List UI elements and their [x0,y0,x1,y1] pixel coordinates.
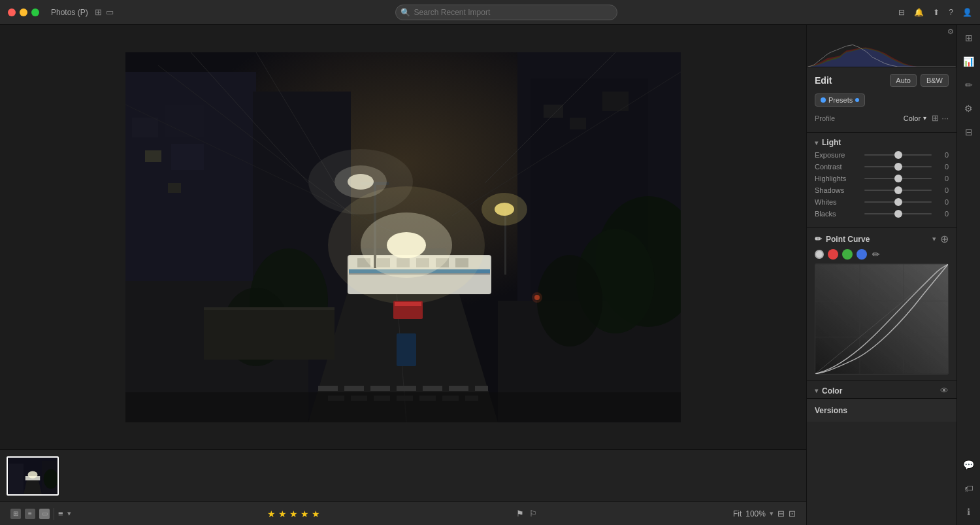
contrast-thumb[interactable] [894,163,902,171]
zoom-fit-label[interactable]: Fit [733,509,742,518]
auto-button[interactable]: Auto [890,74,917,87]
single-view-button[interactable]: ▭ [39,509,50,519]
svg-rect-68 [204,307,335,360]
channel-red[interactable] [828,249,838,260]
color-header[interactable]: ▾ Color 👁 [807,381,956,398]
share-icon[interactable]: ⬆ [933,8,939,17]
exposure-thumb[interactable] [894,151,902,159]
star-2[interactable]: ★ [278,509,287,519]
minimize-button[interactable] [20,8,27,16]
star-3[interactable]: ★ [289,509,298,519]
svg-rect-6 [171,144,204,170]
profile-icons: ⊞ ··· [932,113,949,123]
bw-button[interactable]: B&W [921,74,949,87]
svg-rect-60 [395,302,421,306]
search-input[interactable] [395,5,617,20]
help-icon[interactable]: ? [949,8,953,17]
shadows-row: Shadows 0 [815,186,949,194]
right-panel-toggle[interactable]: ⊞ [962,30,975,46]
svg-point-55 [482,193,527,226]
search-area: 🔍 [120,5,892,20]
svg-rect-17 [370,386,390,391]
blacks-label: Blacks [815,210,860,218]
presets-row: Presets [815,93,949,107]
zoom-percent: 100% [745,509,766,518]
light-section-header[interactable]: ▾ Light [807,133,956,150]
sort-chevron[interactable]: ▾ [67,509,71,518]
svg-rect-18 [397,386,416,391]
flag-icon-2[interactable]: ⚐ [529,509,537,518]
curve-add-icon[interactable]: ⊕ [940,233,949,245]
curve-label: Point Curve [826,235,870,244]
curve-chevron: ▾ [932,235,936,243]
filter-icon[interactable]: ⊟ [898,8,905,17]
bottombar: ⊞ ≡ ▭ ≡ ▾ ★ ★ ★ ★ ★ ⚑ ⚐ Fit 100% ▾ [0,501,806,525]
light-section: ▾ Light Exposure 0 Contrast [807,133,956,227]
shadows-track[interactable] [864,190,932,191]
blacks-row: Blacks 0 [815,210,949,218]
whites-thumb[interactable] [894,198,902,206]
right-tag-icon[interactable]: 🏷 [962,481,976,496]
contrast-track[interactable] [864,166,932,167]
exposure-track[interactable] [864,154,932,156]
curve-canvas[interactable] [815,263,949,375]
filmstrip-thumbnail[interactable] [7,456,59,496]
svg-rect-16 [344,386,364,391]
highlights-track[interactable] [864,178,932,179]
blacks-thumb[interactable] [894,210,902,218]
svg-rect-4 [132,118,158,137]
single-view-icon[interactable]: ▭ [106,7,114,17]
eye-icon[interactable]: 👁 [940,386,949,396]
highlights-row: Highlights 0 [815,175,949,182]
panel-settings-icon[interactable]: ⚙ [947,27,954,36]
right-edit-icon[interactable]: ✏ [962,77,975,93]
channel-green[interactable] [842,249,853,260]
blacks-value: 0 [936,210,949,218]
right-info-icon[interactable]: ℹ [964,504,973,520]
fullscreen-button[interactable] [31,8,39,16]
right-settings-icon[interactable]: ⚙ [962,101,975,116]
grid-view-icon[interactable]: ⊞ [95,7,102,17]
compare-icon[interactable]: ⊟ [777,509,785,518]
zoom-chevron[interactable]: ▾ [770,509,774,518]
sort-icon[interactable]: ≡ [58,509,63,518]
stars-rating[interactable]: ★ ★ ★ ★ ★ [267,509,320,519]
channel-pencil-icon[interactable]: ✏ [872,249,880,260]
star-1[interactable]: ★ [267,509,276,519]
blacks-track[interactable] [864,213,932,214]
layout-icon[interactable]: ⊡ [789,509,796,518]
highlights-thumb[interactable] [894,175,902,182]
whites-track[interactable] [864,201,932,203]
flag-icon[interactable]: ⚑ [516,509,524,518]
user-icon[interactable]: 👤 [962,8,972,17]
more-icon[interactable]: ··· [941,113,949,123]
right-chat-icon[interactable]: 💬 [960,457,977,473]
channel-white[interactable] [815,250,824,259]
svg-rect-8 [168,183,181,193]
close-button[interactable] [8,8,16,16]
presets-button[interactable]: Presets [815,93,865,107]
svg-point-79 [28,471,38,478]
shadows-thumb[interactable] [894,186,902,194]
right-histogram-icon[interactable]: 📊 [960,54,977,69]
right-grid-icon[interactable]: ⊟ [962,124,975,140]
bell-icon[interactable]: 🔔 [914,8,924,17]
profile-value[interactable]: Color ▾ [904,114,926,122]
svg-rect-7 [145,150,161,162]
star-4[interactable]: ★ [301,509,309,519]
channel-blue[interactable] [857,249,867,260]
preset-dot [821,97,826,103]
main-photo[interactable] [125,52,681,422]
photo-container [125,52,681,422]
star-5[interactable]: ★ [312,509,320,519]
grid-4-icon[interactable]: ⊞ [932,113,939,123]
highlights-label: Highlights [815,175,860,182]
exposure-row: Exposure 0 [815,151,949,159]
svg-rect-20 [449,386,468,391]
curve-header[interactable]: ✏ Point Curve ▾ ⊕ [807,228,956,249]
grid-view-button[interactable]: ⊞ [10,509,21,519]
strip-view-button[interactable]: ≡ [25,509,35,519]
color-header-left: ▾ Color [815,386,842,396]
view-toggle-area: ⊞ ▭ [95,7,114,17]
svg-rect-19 [423,386,442,391]
